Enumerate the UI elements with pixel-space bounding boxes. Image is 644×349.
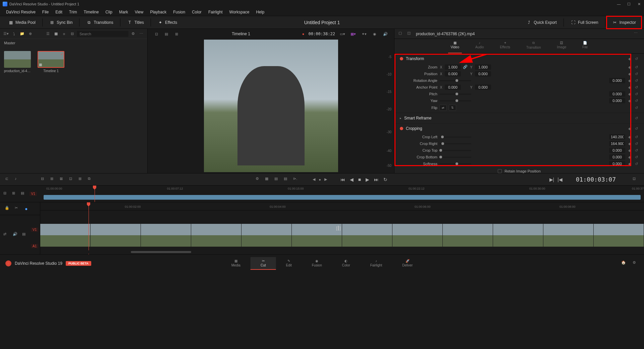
reset-icon[interactable]: ↺ xyxy=(634,56,639,61)
viewer-audio-icon[interactable]: 🔊 xyxy=(382,31,389,37)
page-cut[interactable]: ✂Cut xyxy=(251,257,276,270)
zoom-y-input[interactable] xyxy=(475,64,491,70)
mini-tool2-icon[interactable]: ⊞ xyxy=(12,191,18,197)
page-color[interactable]: ◐Color xyxy=(332,257,360,270)
menu-davinci[interactable]: DaVinci Resolve xyxy=(3,10,39,14)
tl-opt3-icon[interactable]: ▤ xyxy=(274,177,280,183)
crop-bottom-input[interactable] xyxy=(609,154,625,160)
loop-button[interactable]: ↻ xyxy=(383,177,387,182)
mini-tool1-icon[interactable]: ⊟ xyxy=(3,191,9,197)
v1-label[interactable]: V1 xyxy=(31,228,38,232)
home-icon[interactable]: 🏠 xyxy=(621,260,627,266)
softness-slider[interactable] xyxy=(439,163,471,164)
crop-left-slider[interactable] xyxy=(439,137,471,138)
go-out-button[interactable]: |◀ xyxy=(557,177,562,182)
pitch-slider[interactable] xyxy=(439,94,471,95)
settings-icon[interactable]: ⚙ xyxy=(633,260,639,266)
import-icon[interactable]: ⤵ xyxy=(11,31,17,37)
tl-place-icon[interactable]: ⊞ xyxy=(78,177,85,183)
master-bin-label[interactable]: Master xyxy=(0,39,147,47)
crop-top-input[interactable] xyxy=(609,148,625,153)
insp-menu-icon[interactable]: ⋯ xyxy=(634,31,640,37)
viewer-video[interactable] xyxy=(204,40,338,172)
tl-opt4-icon[interactable]: ▤ xyxy=(284,177,290,183)
tab-file[interactable]: 📄File xyxy=(580,41,590,53)
tl-view-icon[interactable]: ▤ xyxy=(22,232,28,238)
next-edit-icon[interactable]: ▶ xyxy=(324,177,327,182)
media-thumb-clip[interactable]: production_id-476... xyxy=(4,51,31,73)
mini-playhead[interactable] xyxy=(95,186,95,202)
sync-bin-button[interactable]: ⊞ Sync Bin xyxy=(45,18,76,27)
menu-workspace[interactable]: Workspace xyxy=(226,10,253,14)
kf-diamond-icon[interactable]: ◆ xyxy=(627,56,632,61)
pos-y-input[interactable] xyxy=(475,71,491,77)
tab-effects[interactable]: ✦Effects xyxy=(497,41,513,53)
timeline-scrollbar[interactable] xyxy=(40,250,644,254)
menu-color[interactable]: Color xyxy=(189,10,205,14)
page-fusion[interactable]: ◉Fusion xyxy=(302,257,332,270)
tl-close-icon[interactable]: ⊡ xyxy=(69,177,75,183)
a1-label[interactable]: A1 xyxy=(31,244,38,248)
menu-view[interactable]: View xyxy=(131,10,147,14)
menu-mark[interactable]: Mark xyxy=(116,10,131,14)
close-button[interactable]: ✕ xyxy=(637,2,641,6)
stop-button[interactable]: ■ xyxy=(358,177,361,182)
rotation-slider[interactable] xyxy=(439,80,471,81)
viewer-mode-icon[interactable]: ⊡ xyxy=(153,31,160,37)
prev-edit-icon[interactable]: ◀ xyxy=(313,177,315,182)
tl-marker-icon[interactable]: ● xyxy=(25,206,28,211)
video-track[interactable] xyxy=(40,224,644,247)
yaw-slider[interactable] xyxy=(439,100,471,101)
media-thumb-timeline[interactable]: ✓▦ Timeline 1 xyxy=(38,51,64,73)
flip-v-button[interactable]: ⇅ xyxy=(449,105,456,111)
tl-append-icon[interactable]: ⊞ xyxy=(50,177,56,183)
mini-ruler[interactable]: 01:00:00:00 01:00:07:12 01:00:15:00 01:0… xyxy=(40,186,644,202)
view-thumb-icon[interactable]: ▦ xyxy=(53,31,59,37)
cropping-toggle[interactable] xyxy=(400,127,403,130)
anchor-y-input[interactable] xyxy=(475,85,491,90)
search-input[interactable] xyxy=(77,31,128,37)
inspector-button[interactable]: ✂ Inspector xyxy=(608,18,640,27)
tl-audio-icon[interactable]: 🔊 xyxy=(13,232,19,238)
zoom-x-input[interactable] xyxy=(445,64,461,70)
transform-header[interactable]: Transform ◆↺ xyxy=(394,54,644,64)
softness-input[interactable] xyxy=(609,161,625,166)
v1-mini-label[interactable]: V1 xyxy=(30,192,37,196)
tab-image[interactable]: 🖼Image xyxy=(554,41,569,53)
menu-file[interactable]: File xyxy=(39,10,52,14)
options-icon[interactable]: ⋯ xyxy=(138,31,145,37)
crop-bottom-slider[interactable] xyxy=(439,157,471,158)
menu-playback[interactable]: Playback xyxy=(147,10,170,14)
crop-left-input[interactable] xyxy=(609,134,625,140)
page-fairlight[interactable]: ♪Fairlight xyxy=(360,257,392,270)
go-start-button[interactable]: ⏮ xyxy=(340,177,345,182)
viewer-opt1-icon[interactable]: ▭▾ xyxy=(339,31,346,37)
flip-h-button[interactable]: ⇄ xyxy=(439,105,447,111)
tl-opt1-icon[interactable]: ⚙ xyxy=(256,177,262,183)
crop-top-slider[interactable] xyxy=(439,150,471,151)
crop-right-slider[interactable] xyxy=(439,143,471,144)
view-strip-icon[interactable]: ≡ xyxy=(61,31,67,37)
insp-single-icon[interactable]: ▢ xyxy=(398,31,405,37)
edit-point-icon[interactable]: ● xyxy=(319,178,321,182)
viewer-safe-icon[interactable]: ▤ xyxy=(163,31,170,37)
main-ruler[interactable]: 01:00:02:00 01:00:04:00 01:00:06:00 01:0… xyxy=(40,202,644,210)
full-screen-button[interactable]: ⛶ Full Screen xyxy=(567,18,602,27)
cropping-header[interactable]: Cropping ◆↺ xyxy=(394,123,644,134)
tl-zoom-icon[interactable]: ⊡ xyxy=(633,177,639,183)
transform-toggle[interactable] xyxy=(400,57,403,60)
menu-timeline[interactable]: Timeline xyxy=(80,10,102,14)
page-deliver[interactable]: 🚀Deliver xyxy=(392,257,423,270)
viewer-opt4-icon[interactable]: ◉ xyxy=(371,31,378,37)
new-timeline-icon[interactable]: ⊕ xyxy=(27,31,34,37)
tl-opt2-icon[interactable]: ▦ xyxy=(265,177,271,183)
maximize-button[interactable]: ☐ xyxy=(627,2,631,6)
media-pool-button[interactable]: ▦ Media Pool xyxy=(4,18,40,27)
yaw-input[interactable] xyxy=(609,98,625,103)
mini-tool3-icon[interactable]: ▤ xyxy=(21,191,27,197)
menu-help[interactable]: Help xyxy=(253,10,268,14)
viewer-guides-icon[interactable]: ⊞ xyxy=(173,31,180,37)
page-media[interactable]: ▦Media xyxy=(221,257,251,270)
minimize-button[interactable]: — xyxy=(616,2,621,6)
viewer-opt3-icon[interactable]: ✦▾ xyxy=(361,31,367,37)
